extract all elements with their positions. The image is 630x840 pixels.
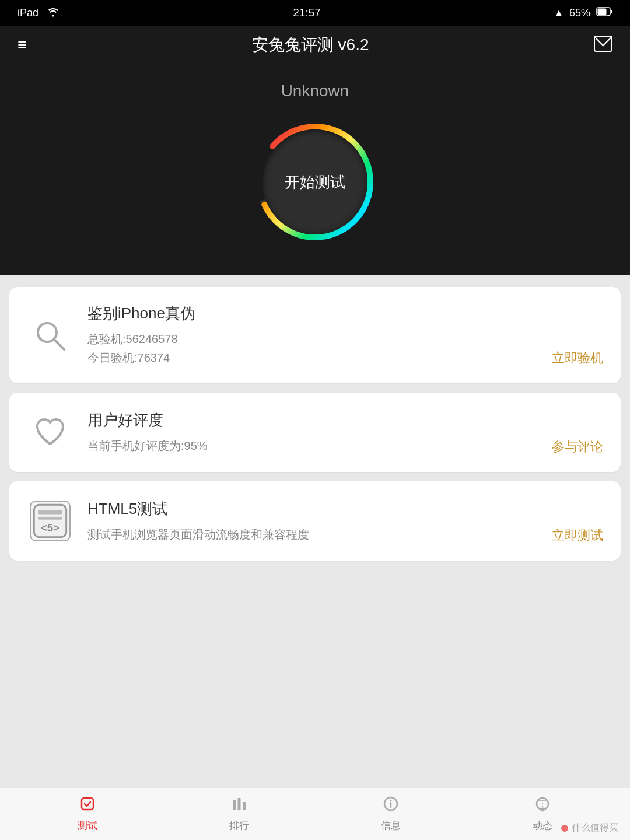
search-icon (27, 312, 74, 359)
tab-bar: 测试 排行 信息 (0, 788, 630, 840)
verify-iphone-title: 鉴别iPhone真伪 (88, 303, 603, 324)
rank-tab-label: 排行 (229, 819, 249, 832)
verify-iphone-action[interactable]: 立即验机 (552, 349, 603, 367)
svg-rect-13 (233, 800, 236, 810)
time-display: 21:57 (293, 6, 321, 19)
svg-rect-9 (38, 510, 62, 514)
mail-button[interactable] (594, 36, 612, 54)
html5-test-body: HTML5测试 测试手机浏览器页面滑动流畅度和兼容程度 (88, 499, 603, 544)
svg-rect-1 (611, 10, 612, 13)
feed-tab-icon (534, 796, 551, 816)
svg-line-7 (54, 340, 64, 349)
device-label: iPad (18, 7, 38, 19)
tab-info[interactable]: 信息 (315, 796, 467, 832)
tab-rank[interactable]: 排行 (163, 796, 315, 832)
nav-title: 安兔兔评测 v6.2 (252, 34, 369, 56)
wifi-icon (47, 6, 60, 20)
svg-rect-15 (243, 802, 246, 810)
svg-rect-2 (597, 8, 606, 15)
verify-iphone-body: 鉴别iPhone真伪 总验机:56246578 今日验机:76374 (88, 303, 603, 367)
gauge-container[interactable]: 开始测试 (251, 118, 379, 246)
watermark-text: 什么值得买 (572, 822, 618, 834)
status-bar: iPad 21:57 ▲ 65% (0, 0, 630, 26)
html5-test-action[interactable]: 立即测试 (552, 527, 603, 544)
menu-button[interactable]: ≡ (18, 36, 27, 54)
user-rating-body: 用户好评度 当前手机好评度为:95% (88, 410, 603, 455)
test-tab-icon (79, 796, 96, 816)
verify-iphone-card[interactable]: 鉴别iPhone真伪 总验机:56246578 今日验机:76374 立即验机 (9, 287, 621, 383)
location-icon: ▲ (554, 8, 564, 18)
info-tab-icon (383, 796, 399, 816)
test-tab-label: 测试 (78, 819, 97, 832)
svg-text:<5>: <5> (41, 522, 60, 534)
device-name: Unknown (281, 82, 349, 100)
svg-point-18 (390, 800, 392, 802)
svg-rect-12 (82, 798, 93, 810)
start-button[interactable]: 开始测试 (262, 130, 368, 235)
watermark-dot (561, 825, 568, 832)
verify-iphone-stat1: 总验机:56246578 (88, 330, 603, 348)
heart-icon (27, 409, 74, 456)
user-rating-stat: 当前手机好评度为:95% (88, 436, 603, 455)
hero-section: Unknown 开始测试 (0, 64, 630, 275)
content-area: 鉴别iPhone真伪 总验机:56246578 今日验机:76374 立即验机 … (0, 275, 630, 788)
info-tab-label: 信息 (381, 819, 401, 832)
status-bar-left: iPad (18, 6, 60, 20)
html5-icon: <5> (27, 498, 74, 544)
html5-test-card[interactable]: <5> HTML5测试 测试手机浏览器页面滑动流畅度和兼容程度 立即测试 (9, 481, 621, 561)
svg-rect-3 (594, 36, 612, 51)
watermark: 什么值得买 (561, 822, 618, 834)
tab-test[interactable]: 测试 (12, 796, 163, 832)
battery-icon (596, 7, 612, 19)
status-bar-right: ▲ 65% (554, 7, 612, 19)
user-rating-title: 用户好评度 (88, 410, 603, 430)
html5-test-title: HTML5测试 (88, 499, 603, 519)
svg-rect-10 (38, 517, 62, 520)
rank-tab-icon (231, 796, 247, 816)
svg-rect-14 (238, 798, 241, 810)
battery-percent: 65% (569, 7, 590, 19)
verify-iphone-stat2: 今日验机:76374 (88, 348, 603, 367)
user-rating-action[interactable]: 参与评论 (552, 438, 603, 456)
html5-test-desc: 测试手机浏览器页面滑动流畅度和兼容程度 (88, 525, 603, 544)
user-rating-card[interactable]: 用户好评度 当前手机好评度为:95% 参与评论 (9, 393, 621, 472)
feed-tab-label: 动态 (533, 819, 552, 832)
nav-bar: ≡ 安兔兔评测 v6.2 (0, 26, 630, 64)
start-button-label[interactable]: 开始测试 (285, 172, 345, 192)
